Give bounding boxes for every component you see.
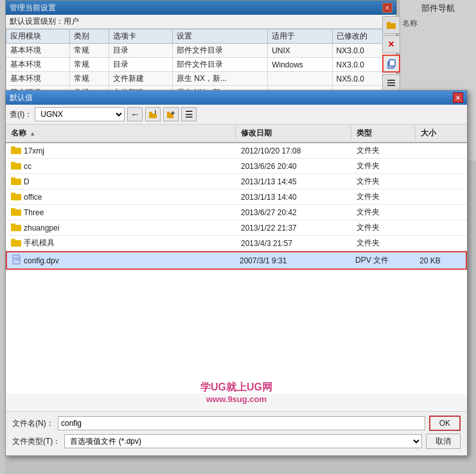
watermark-line2: www.9sug.com: [200, 394, 272, 404]
folder-icon: [11, 191, 21, 202]
list-item[interactable]: Three2013/6/27 20:42文件夹: [6, 205, 467, 220]
view-toggle-btn[interactable]: ☰: [181, 107, 197, 121]
svg-rect-4: [387, 80, 395, 81]
col-tab[interactable]: 选项卡: [109, 30, 172, 44]
file-type-cell: 文件夹: [351, 174, 416, 189]
list-item[interactable]: cc2013/6/26 20:40文件夹: [6, 159, 467, 174]
file-date-cell: 2007/3/1 9:31: [234, 254, 350, 267]
svg-rect-5: [387, 82, 395, 83]
filename-row: 文件名(N)： OK: [12, 416, 461, 431]
folder-icon: [11, 207, 21, 218]
file-type-cell: 文件夹: [351, 236, 416, 250]
file-type-cell: 文件夹: [351, 220, 416, 235]
col-type[interactable]: 类别: [70, 30, 109, 44]
cancel-button[interactable]: 取消: [426, 434, 461, 449]
file-size-cell: [416, 241, 467, 245]
file-name-text: D: [24, 177, 30, 186]
folder-icon: [11, 176, 21, 187]
file-date-cell: 2012/10/20 17:08: [236, 145, 351, 157]
filetype-row: 文件类型(T)： 首选项值文件 (*.dpv) 取消: [12, 434, 461, 449]
file-name-text: office: [24, 193, 42, 202]
file-name-text: 17xmj: [24, 146, 44, 155]
folder-icon-btn[interactable]: [382, 16, 400, 34]
table-cell: 基本环境: [6, 72, 70, 86]
file-name-cell: office: [6, 189, 236, 204]
svg-rect-23: [11, 208, 15, 211]
col-name-header[interactable]: 名称 ▲: [6, 126, 236, 141]
file-type-cell: 文件夹: [351, 159, 416, 173]
file-size-cell: [416, 149, 467, 153]
file-name-cell: Three: [6, 205, 236, 220]
table-row[interactable]: 基本环境常规目录部件文件目录UNIXNX3.0.0: [6, 44, 396, 58]
location-dropdown[interactable]: UGNX: [35, 107, 125, 121]
table-cell: 常规: [70, 58, 109, 72]
col-appliesTo[interactable]: 适用于: [268, 30, 332, 44]
folder-icon: [11, 145, 21, 156]
ok-button[interactable]: OK: [429, 416, 461, 431]
nav-up-btn[interactable]: [145, 107, 161, 121]
file-type-cell: DPV 文件: [350, 253, 414, 268]
main-dialog-titlebar: 默认值 ×: [6, 91, 467, 105]
file-name-text: zhuangpei: [24, 224, 59, 233]
svg-rect-15: [11, 146, 15, 149]
col-setting[interactable]: 设置: [172, 30, 267, 44]
file-name-cell: D: [6, 174, 236, 189]
file-icon: [12, 254, 21, 267]
list-item[interactable]: 17xmj2012/10/20 17:08文件夹: [6, 143, 467, 159]
file-name-text: 手机模具: [24, 238, 55, 249]
list-item[interactable]: 手机模具2013/4/3 21:57文件夹: [6, 236, 467, 251]
file-size-cell: [416, 180, 467, 184]
svg-rect-3: [389, 60, 395, 66]
bg-window-close[interactable]: ×: [382, 3, 392, 13]
filetype-label: 文件类型(T)：: [12, 436, 60, 447]
dialog-bottom: 文件名(N)： OK 文件类型(T)： 首选项值文件 (*.dpv) 取消: [6, 411, 467, 455]
list-item[interactable]: zhuangpei2013/1/22 21:37文件夹: [6, 220, 467, 236]
nav-newfolder-btn[interactable]: [163, 107, 179, 121]
table-cell: 部件文件目录: [172, 44, 267, 58]
filename-input[interactable]: [58, 416, 425, 430]
folder-icon: [11, 238, 21, 249]
copy-icon-btn[interactable]: [382, 55, 400, 73]
sidebar-label: 部件导航: [400, 0, 476, 17]
table-cell: 常规: [70, 44, 109, 58]
col-app[interactable]: 应用模块: [6, 30, 70, 44]
table-cell: 文件新建: [109, 72, 172, 86]
list-icon-btn[interactable]: [382, 74, 400, 92]
svg-rect-1: [387, 22, 391, 24]
file-list-body[interactable]: 17xmj2012/10/20 17:08文件夹cc2013/6/26 20:4…: [6, 143, 467, 394]
table-cell: 常规: [70, 72, 109, 86]
main-dialog: 默认值 × 查(I)： UGNX ← ☰ 名称 ▲ 修改日期 类型 大小 17x…: [5, 90, 468, 456]
file-date-cell: 2013/1/13 14:45: [236, 175, 351, 188]
bg-window-title: 管理当前设置: [10, 3, 56, 13]
list-item[interactable]: office2013/1/13 14:40文件夹: [6, 189, 467, 205]
filetype-select[interactable]: 首选项值文件 (*.dpv): [64, 434, 422, 448]
col-size-header[interactable]: 大小: [416, 126, 467, 141]
folder-icon: [11, 161, 21, 171]
file-date-cell: 2013/6/27 20:42: [236, 206, 351, 219]
table-cell: [268, 72, 332, 86]
svg-rect-7: [149, 114, 157, 118]
close-x-btn[interactable]: ×: [382, 35, 400, 53]
nav-back-btn[interactable]: ←: [127, 107, 143, 121]
file-type-cell: 文件夹: [351, 189, 416, 204]
file-name-cell: zhuangpei: [6, 220, 236, 235]
list-item[interactable]: config.dpv2007/3/1 9:31DPV 文件20 KB: [6, 251, 467, 270]
list-item[interactable]: D2013/1/13 14:45文件夹: [6, 174, 467, 189]
table-cell: 原生 NX，新...: [172, 72, 267, 86]
svg-rect-21: [11, 193, 15, 195]
left-panel: [0, 0, 5, 474]
table-cell: 目录: [109, 44, 172, 58]
main-dialog-close[interactable]: ×: [453, 92, 463, 103]
file-date-cell: 2013/6/26 20:40: [236, 160, 351, 173]
table-row[interactable]: 基本环境常规文件新建原生 NX，新...NX5.0.0: [6, 72, 396, 86]
col-type-header[interactable]: 类型: [351, 126, 416, 141]
file-name-text: Three: [24, 208, 44, 217]
svg-rect-8: [149, 112, 152, 114]
right-icon-bar: ×: [382, 16, 400, 92]
default-level-label: 默认设置级别：用户: [10, 17, 79, 26]
svg-rect-0: [387, 23, 396, 29]
col-date-header[interactable]: 修改日期: [236, 126, 351, 141]
file-size-cell: [416, 164, 467, 168]
svg-rect-11: [167, 112, 170, 114]
table-row[interactable]: 基本环境常规目录部件文件目录WindowsNX3.0.0: [6, 58, 396, 72]
